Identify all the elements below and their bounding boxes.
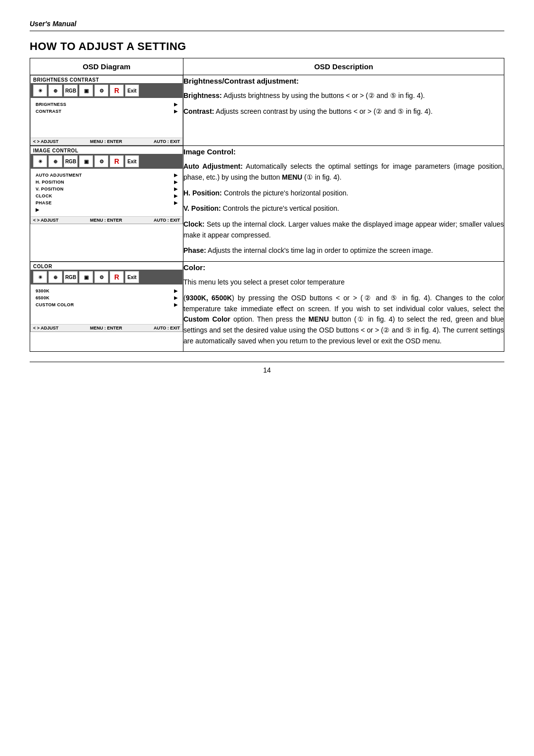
osd-menu-row-label: CONTRAST xyxy=(36,109,174,114)
section-title: HOW TO ADJUST A SETTING xyxy=(30,40,504,53)
osd-menu-row-arrow: ▶ xyxy=(174,180,178,185)
osd-menu-row-arrow: ▶ xyxy=(174,295,178,300)
description-paragraph: H. Position: Controls the picture's hori… xyxy=(183,188,504,199)
osd-menu-row-arrow: ▶ xyxy=(174,193,178,198)
osd-cell: BRIGHTNESS CONTRAST☀⊕RGB▣⚙RExitBRIGHTNES… xyxy=(30,75,183,146)
osd-menu-items: BRIGHTNESS▶CONTRAST▶ xyxy=(31,98,182,138)
exit-btn: Exit xyxy=(125,85,139,96)
osd-menu-row: 6500K▶ xyxy=(36,294,178,301)
settings-icon: ⚙ xyxy=(94,155,108,167)
osd-menu-row-label: PHASE xyxy=(36,200,174,205)
image-icon: ⊕ xyxy=(48,271,62,283)
osd-menu-row-arrow: ▶ xyxy=(174,288,178,293)
osd-diagram: COLOR☀⊕RGB▣⚙RExit9300K▶6500K▶CUSTOM COLO… xyxy=(30,262,183,332)
brightness-icon: ☀ xyxy=(33,155,47,167)
osd-menu-row-arrow: ▶ xyxy=(174,187,178,191)
exit-btn: Exit xyxy=(125,271,139,283)
description-paragraph: Clock: Sets up the internal clock. Large… xyxy=(183,219,504,240)
settings-icon: ⚙ xyxy=(94,85,108,96)
osd-menu-row: CONTRAST▶ xyxy=(36,108,178,115)
description-paragraph: Contrast: Adjusts screen contrast by usi… xyxy=(183,106,504,117)
table-row: IMAGE CONTROL☀⊕RGB▣⚙RExitAUTO ADJUSTMENT… xyxy=(30,146,504,262)
osd-menu-row: V. POSITION▶ xyxy=(36,186,178,192)
description-paragraph: Auto Adjustment: Automatically selects t… xyxy=(183,161,504,183)
osd-menu-row: CLOCK▶ xyxy=(36,192,178,199)
osd-menu-row: PHASE▶ xyxy=(36,199,178,206)
adjust-label: < > ADJUST xyxy=(33,139,58,144)
menu-label: MENU : ENTER xyxy=(90,218,122,223)
r-icon: R xyxy=(110,271,124,283)
osd-bottom-bar: < > ADJUSTMENU : ENTERAUTO : EXIT xyxy=(31,216,182,224)
description-paragraph: This menu lets you select a preset color… xyxy=(183,277,504,288)
main-table: OSD Diagram OSD Description BRIGHTNESS C… xyxy=(30,58,504,352)
osd-menu-row: ▶ xyxy=(36,206,178,213)
osd-menu-row: H. POSITION▶ xyxy=(36,179,178,186)
rgb-icon: RGB xyxy=(64,155,78,167)
osd-top-label: BRIGHTNESS CONTRAST xyxy=(31,76,182,83)
osd-menu-row-label: ▶ xyxy=(36,207,178,212)
rgb-icon: RGB xyxy=(64,85,78,96)
rgb-icon: RGB xyxy=(64,271,78,283)
col1-header: OSD Diagram xyxy=(30,58,183,75)
brightness-icon: ☀ xyxy=(33,85,47,96)
osd-menu-row-arrow: ▶ xyxy=(174,173,178,178)
auto-label: AUTO : EXIT xyxy=(154,218,180,223)
osd-top-label: IMAGE CONTROL xyxy=(31,146,182,154)
osd-menu-row-arrow: ▶ xyxy=(174,200,178,205)
adjust-label: < > ADJUST xyxy=(33,326,58,331)
description-cell: Image Control:Auto Adjustment: Automatic… xyxy=(183,146,504,262)
osd-menu-row-label: CUSTOM COLOR xyxy=(36,302,174,307)
settings-icon: ⚙ xyxy=(94,271,108,283)
osd-bottom-bar: < > ADJUSTMENU : ENTERAUTO : EXIT xyxy=(31,138,182,145)
osd-menu-row-label: BRIGHTNESS xyxy=(36,102,174,107)
description-paragraph: Phase: Adjusts the internal clock's time… xyxy=(183,245,504,256)
description-paragraph: V. Position: Controls the picture's vert… xyxy=(183,203,504,214)
page-header: User's Manual xyxy=(30,20,504,31)
menu-label: MENU : ENTER xyxy=(90,139,122,144)
osd-menu-row-label: H. POSITION xyxy=(36,180,174,185)
description-paragraph: (9300K, 6500K) by pressing the OSD butto… xyxy=(183,293,504,346)
auto-label: AUTO : EXIT xyxy=(154,326,180,331)
r-icon: R xyxy=(110,155,124,167)
osd-menu-row-label: AUTO ADJUSTMENT xyxy=(36,173,174,178)
monitor-icon: ▣ xyxy=(79,85,93,96)
description-heading: Brightness/Contrast adjustment: xyxy=(183,75,504,87)
osd-menu-row: CUSTOM COLOR▶ xyxy=(36,301,178,308)
table-row: BRIGHTNESS CONTRAST☀⊕RGB▣⚙RExitBRIGHTNES… xyxy=(30,75,504,146)
osd-menu-row-label: 9300K xyxy=(36,288,174,293)
col2-header: OSD Description xyxy=(183,58,504,75)
osd-menu-row-arrow: ▶ xyxy=(174,102,178,107)
osd-menu-row-label: 6500K xyxy=(36,295,174,300)
monitor-icon: ▣ xyxy=(79,271,93,283)
adjust-label: < > ADJUST xyxy=(33,218,58,223)
osd-cell: COLOR☀⊕RGB▣⚙RExit9300K▶6500K▶CUSTOM COLO… xyxy=(30,262,183,352)
r-icon: R xyxy=(110,85,124,96)
osd-menu-row: 9300K▶ xyxy=(36,287,178,294)
table-row: COLOR☀⊕RGB▣⚙RExit9300K▶6500K▶CUSTOM COLO… xyxy=(30,262,504,352)
osd-top-label: COLOR xyxy=(31,262,182,270)
osd-menu-items: 9300K▶6500K▶CUSTOM COLOR▶ xyxy=(31,284,182,324)
brightness-icon: ☀ xyxy=(33,271,47,283)
page-number: 14 xyxy=(263,366,271,374)
description-cell: Color:This menu lets you select a preset… xyxy=(183,262,504,352)
description-paragraph: Brightness: Adjusts brightness by using … xyxy=(183,91,504,101)
description-heading: Image Control: xyxy=(183,146,504,157)
monitor-icon: ▣ xyxy=(79,155,93,167)
osd-cell: IMAGE CONTROL☀⊕RGB▣⚙RExitAUTO ADJUSTMENT… xyxy=(30,146,183,262)
auto-label: AUTO : EXIT xyxy=(154,139,180,144)
page-footer: 14 xyxy=(30,362,504,374)
description-cell: Brightness/Contrast adjustment:Brightnes… xyxy=(183,75,504,146)
menu-label: MENU : ENTER xyxy=(90,326,122,331)
osd-bottom-bar: < > ADJUSTMENU : ENTERAUTO : EXIT xyxy=(31,324,182,331)
description-heading: Color: xyxy=(183,262,504,273)
osd-diagram: BRIGHTNESS CONTRAST☀⊕RGB▣⚙RExitBRIGHTNES… xyxy=(30,75,183,145)
osd-menu-row-arrow: ▶ xyxy=(174,109,178,114)
osd-menu-row-label: CLOCK xyxy=(36,193,174,198)
osd-menu-row: BRIGHTNESS▶ xyxy=(36,101,178,108)
osd-diagram: IMAGE CONTROL☀⊕RGB▣⚙RExitAUTO ADJUSTMENT… xyxy=(30,146,183,224)
osd-menu-items: AUTO ADJUSTMENT▶H. POSITION▶V. POSITION▶… xyxy=(31,169,182,216)
image-icon: ⊕ xyxy=(48,85,62,96)
osd-menu-row-label: V. POSITION xyxy=(36,187,174,191)
exit-btn: Exit xyxy=(125,155,139,167)
osd-menu-row-arrow: ▶ xyxy=(174,302,178,307)
